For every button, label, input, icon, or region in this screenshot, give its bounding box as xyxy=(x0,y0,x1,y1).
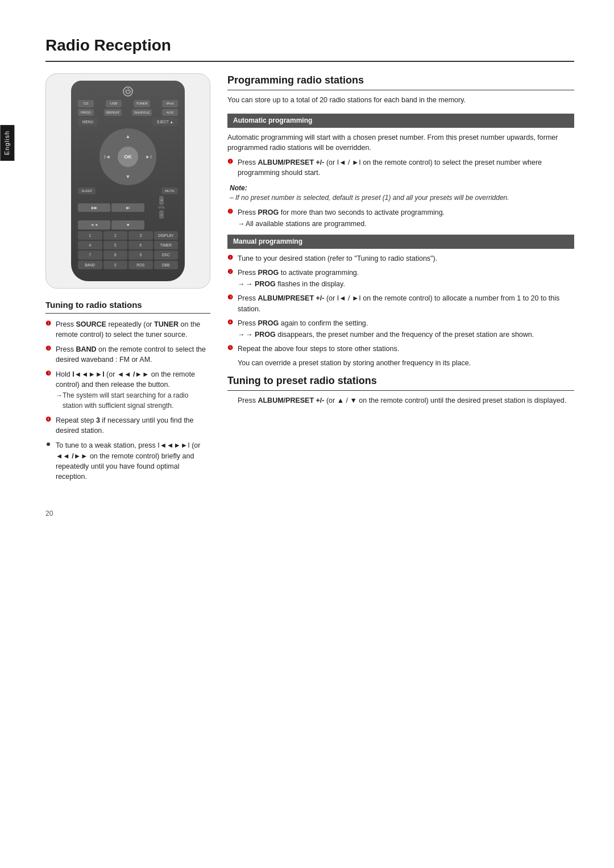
mute-btn: MUTE xyxy=(161,187,178,194)
dsc-btn: DSC xyxy=(154,251,179,259)
step3-bold: 3 xyxy=(96,416,100,424)
step-num: ❷ xyxy=(227,207,233,216)
auto-step-1: ❶ Press ALBUM/PRESET +/- (or I◄ / ►I on … xyxy=(227,157,574,178)
step-number: ❷ xyxy=(45,344,51,353)
manual-steps-list: ❶ Tune to your desired station (refer to… xyxy=(227,253,574,368)
tuning-step-3: ❸ Hold I◄◄►►I (or ◄◄ /►► on the remote c… xyxy=(45,369,210,411)
note-text: – If no preset number is selected, defau… xyxy=(230,193,574,203)
manual-step-2: ❷ Press PROG to activate programming. → … xyxy=(227,268,574,289)
num8: 8 xyxy=(103,251,128,259)
page: English Radio Reception ⏻ CD USB TUNER i… xyxy=(0,0,614,868)
prog-bold: PROG xyxy=(258,208,279,216)
transport-row2: ◄◄ ■ xyxy=(78,220,178,229)
band-btn: BAND xyxy=(78,261,102,269)
rw-btn: ◄◄ xyxy=(78,220,110,229)
skip-bold: ◄◄ /►► xyxy=(117,370,149,378)
preset-steps-list: Press ALBUM/PRESET +/- (or ▲ / ▼ on the … xyxy=(227,395,574,406)
prog-bold3: PROG xyxy=(258,319,279,327)
page-number: 20 xyxy=(45,509,574,519)
stop-btn: ■ xyxy=(111,220,144,229)
menu-eject-row: MENU EJECT ▲ xyxy=(78,118,178,126)
next-btn: ▶I xyxy=(111,203,144,212)
manual-step-2-arrow: → PROG flashes in the display. xyxy=(238,279,574,289)
auto-step-2: ❷ Press PROG for more than two seconds t… xyxy=(227,207,574,229)
auto-steps-list: ❶ Press ALBUM/PRESET +/- (or I◄ / ►I on … xyxy=(227,157,574,178)
manual-step-4-arrow: → PROG disappears, the preset number and… xyxy=(238,329,574,340)
sleep-mute-row: SLEEP MUTE xyxy=(78,187,178,194)
vol-plus-btn: + xyxy=(159,196,164,205)
num7: 7 xyxy=(78,251,102,259)
seek-bold: I◄◄►►I xyxy=(72,370,104,378)
ff-btn: ▶▶ xyxy=(78,203,110,212)
bullet-icon xyxy=(47,443,50,446)
ok-btn: OK xyxy=(118,147,138,167)
timer-btn: TIMER xyxy=(154,241,179,249)
album-preset-bold: ALBUM/PRESET +/- xyxy=(258,158,324,166)
tuning-step-2: ❷ Press BAND on the remote control to se… xyxy=(45,344,210,365)
language-tab: English xyxy=(0,125,14,161)
numpad: 1 2 3 DISPLAY 4 5 6 TIMER 7 8 9 DSC BAND… xyxy=(78,231,178,269)
nav-down: ▼ xyxy=(126,173,131,181)
power-button: ⏻ xyxy=(123,86,133,97)
usb-btn: USB xyxy=(106,100,122,107)
step-number: ❶ xyxy=(45,319,51,328)
step-num: ❷ xyxy=(227,268,233,277)
sleep-btn: SLEEP xyxy=(78,187,96,194)
display-btn: DISPLAY xyxy=(154,231,179,240)
manual-step-4: ❹ Press PROG again to confirm the settin… xyxy=(227,318,574,340)
album-preset-bold2: ALBUM/PRESET +/- xyxy=(258,294,324,302)
auto-step-2-arrow: All available stations are programmed. xyxy=(238,219,574,229)
page-title: Radio Reception xyxy=(45,34,574,62)
tuner-btn: TUNER xyxy=(134,100,150,107)
manual-step-5: ❺ Repeat the above four steps to store o… xyxy=(227,344,574,354)
num5: 5 xyxy=(103,241,128,249)
manual-step-6: You can override a preset station by sto… xyxy=(227,358,574,368)
step-num: ❶ xyxy=(227,253,233,262)
menu-btn: MENU xyxy=(78,118,98,126)
band-bold: BAND xyxy=(76,345,96,353)
vol-minus-btn: – xyxy=(159,210,164,219)
auto-programming-header: Automatic programming xyxy=(227,114,574,128)
programming-section-title: Programming radio stations xyxy=(227,73,574,90)
num1: 1 xyxy=(78,231,102,240)
num3: 3 xyxy=(128,231,153,240)
auto-intro-text: Automatic programming will start with a … xyxy=(227,132,574,153)
tuning-steps-list: ❶ Press SOURCE repeatedly (or TUNER on t… xyxy=(45,319,210,482)
tuning-step-1: ❶ Press SOURCE repeatedly (or TUNER on t… xyxy=(45,319,210,340)
nav-circle: ▲ I◄ OK ►I ▼ xyxy=(99,128,156,185)
num0: 0 xyxy=(103,261,128,269)
prog-btn: PROG xyxy=(78,109,94,116)
repeat-btn: REPEAT xyxy=(104,109,122,116)
manual-step-1: ❶ Tune to your desired station (refer to… xyxy=(227,253,574,264)
remote-container: ⏻ CD USB TUNER iPod PROG REPEAT SHUFFLE … xyxy=(45,73,210,288)
note-block: Note: – If no preset number is selected,… xyxy=(227,183,574,203)
ipod-btn: iPod xyxy=(162,100,178,107)
main-layout: ⏻ CD USB TUNER iPod PROG REPEAT SHUFFLE … xyxy=(45,73,574,486)
left-column: ⏻ CD USB TUNER iPod PROG REPEAT SHUFFLE … xyxy=(45,73,210,486)
num6: 6 xyxy=(128,241,153,249)
step-number: ❸ xyxy=(45,369,51,378)
step-num: ❺ xyxy=(227,344,233,353)
tuning-section-title: Tuning to radio stations xyxy=(45,299,210,314)
transport-row: ▶▶ ▶I + VOL – xyxy=(78,196,178,219)
tuner-bold: TUNER xyxy=(154,320,179,328)
num4: 4 xyxy=(78,241,102,249)
right-column: Programming radio stations You can store… xyxy=(227,73,574,486)
prog-row: PROG REPEAT SHUFFLE AUX xyxy=(78,109,178,116)
preset-section-title: Tuning to preset radio stations xyxy=(227,374,574,391)
step-num: ❸ xyxy=(227,293,233,302)
manual-step-3: ❸ Press ALBUM/PRESET +/- (or I◄ / ►I on … xyxy=(227,293,574,314)
programming-intro: You can store up to a total of 20 radio … xyxy=(227,95,574,106)
remote-control: ⏻ CD USB TUNER iPod PROG REPEAT SHUFFLE … xyxy=(71,81,185,281)
skip-bold2: ◄◄ /►► xyxy=(56,452,88,460)
aux-btn: AUX xyxy=(162,109,178,116)
album-preset-bold3: ALBUM/PRESET +/- xyxy=(258,397,324,404)
tuning-step-4: ❹ Repeat step 3 if necessary until you f… xyxy=(45,415,210,436)
num2: 2 xyxy=(103,231,128,240)
auto-steps2-list: ❷ Press PROG for more than two seconds t… xyxy=(227,207,574,229)
step-num: ❹ xyxy=(227,318,233,327)
ros-btn: ROS xyxy=(128,261,153,269)
eject-btn: EJECT ▲ xyxy=(152,118,178,126)
tuning-step-3-arrow: The system will start searching for a ra… xyxy=(56,391,210,411)
nav-left: I◄ xyxy=(104,153,110,161)
